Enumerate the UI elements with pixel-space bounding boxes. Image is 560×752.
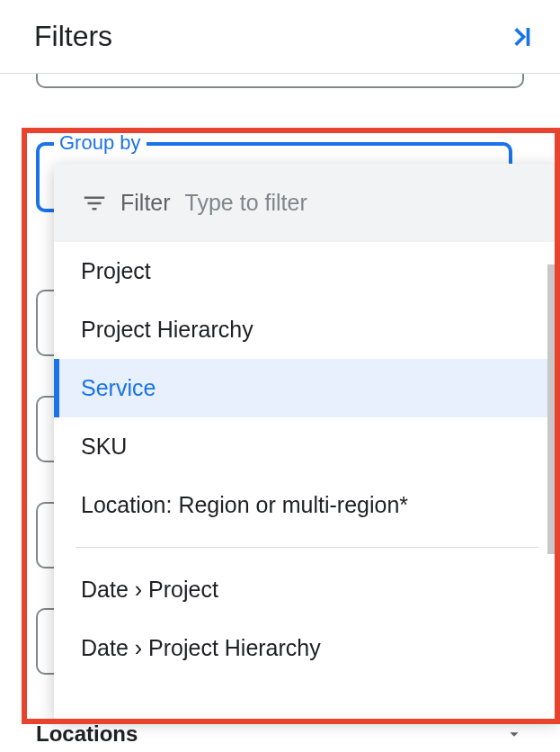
- option-project[interactable]: Project: [54, 242, 560, 300]
- group-by-label: Group by: [54, 131, 147, 155]
- filters-header: Filters: [0, 0, 560, 73]
- locations-section[interactable]: Locations: [36, 721, 524, 747]
- field-stub[interactable]: [36, 396, 54, 462]
- field-stub[interactable]: [36, 608, 54, 675]
- option-sku[interactable]: SKU: [54, 417, 560, 476]
- option-service[interactable]: Service: [54, 359, 560, 417]
- page-title: Filters: [34, 20, 112, 53]
- locations-label: Locations: [36, 721, 138, 747]
- group-by-dropdown: Filter Project Project Hierarchy Service…: [54, 164, 560, 720]
- option-location[interactable]: Location: Region or multi-region*: [54, 476, 560, 534]
- dropdown-filter-bar: Filter: [54, 164, 560, 242]
- options-divider: [76, 547, 538, 548]
- chevron-down-icon: [504, 724, 524, 744]
- filter-list-icon: [81, 190, 108, 217]
- option-date-project[interactable]: Date › Project: [54, 560, 560, 619]
- filter-label: Filter: [120, 190, 171, 216]
- field-stub[interactable]: [36, 290, 54, 356]
- previous-field-bottom: [36, 74, 524, 88]
- option-project-hierarchy[interactable]: Project Hierarchy: [54, 300, 560, 359]
- collapse-panel-button[interactable]: [508, 23, 535, 50]
- option-date-project-hierarchy[interactable]: Date › Project Hierarchy: [54, 619, 560, 677]
- filter-input[interactable]: [183, 189, 533, 217]
- scrollbar-thumb[interactable]: [547, 264, 560, 554]
- dropdown-options-list: Project Project Hierarchy Service SKU Lo…: [54, 242, 560, 713]
- chevron-right-bar-icon: [508, 23, 535, 50]
- field-stub[interactable]: [36, 502, 54, 568]
